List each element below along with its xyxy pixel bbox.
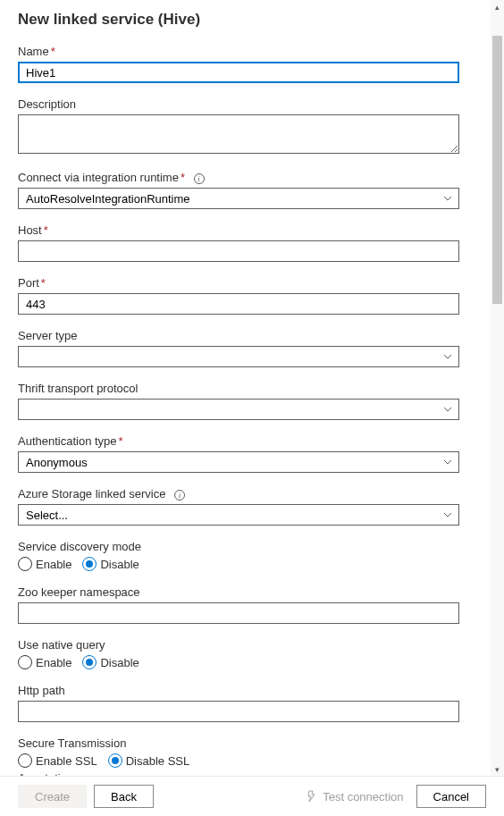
- test-connection-label: Test connection: [323, 790, 403, 803]
- nativequery-enable-radio[interactable]: Enable: [18, 655, 71, 669]
- zookeeper-input[interactable]: [18, 602, 459, 624]
- port-label: Port*: [18, 276, 459, 290]
- radio-circle-icon: [82, 655, 97, 669]
- host-input[interactable]: [18, 240, 459, 262]
- azurestorage-select[interactable]: [18, 504, 459, 526]
- radio-label: Enable SSL: [36, 754, 97, 768]
- port-field-group: Port*: [18, 276, 459, 315]
- radio-dot-icon: [86, 560, 93, 568]
- radio-label: Enable: [36, 558, 71, 571]
- radio-label: Enable: [36, 656, 71, 669]
- httppath-input[interactable]: [18, 701, 459, 722]
- thrift-select[interactable]: [18, 399, 459, 420]
- runtime-select-wrapper[interactable]: [18, 188, 459, 209]
- servicediscovery-radio-group: Enable Disable: [18, 557, 459, 571]
- required-asterisk: *: [119, 434, 123, 448]
- required-asterisk: *: [44, 223, 48, 237]
- description-label: Description: [18, 97, 459, 111]
- runtime-field-group: Connect via integration runtime* i: [18, 171, 459, 209]
- port-label-text: Port: [18, 276, 39, 290]
- azurestorage-label-text: Azure Storage linked service: [18, 487, 165, 501]
- runtime-select[interactable]: [18, 188, 459, 209]
- radio-circle-icon: [82, 557, 97, 571]
- required-asterisk: *: [51, 45, 55, 58]
- securetransmission-radio-group: Enable SSL Disable SSL: [18, 753, 459, 768]
- securetransmission-disable-radio[interactable]: Disable SSL: [108, 753, 190, 768]
- securetransmission-field-group: Secure Transmission Enable SSL Disable S…: [18, 736, 459, 768]
- radio-circle-icon: [18, 655, 32, 669]
- servertype-label: Server type: [18, 329, 459, 342]
- azurestorage-field-group: Azure Storage linked service i: [18, 487, 459, 526]
- thrift-select-wrapper[interactable]: [18, 399, 459, 420]
- required-asterisk: *: [181, 171, 185, 184]
- info-icon[interactable]: i: [174, 490, 185, 501]
- securetransmission-enable-radio[interactable]: Enable SSL: [18, 753, 97, 768]
- name-label-text: Name: [18, 45, 49, 58]
- nativequery-field-group: Use native query Enable Disable: [18, 638, 459, 669]
- port-input[interactable]: [18, 293, 459, 315]
- runtime-label-text: Connect via integration runtime: [18, 171, 179, 184]
- info-icon[interactable]: i: [194, 173, 205, 184]
- radio-circle-icon: [108, 753, 122, 768]
- nativequery-label: Use native query: [18, 638, 459, 652]
- create-button: Create: [18, 785, 87, 808]
- azurestorage-select-wrapper[interactable]: [18, 504, 459, 526]
- servicediscovery-enable-radio[interactable]: Enable: [18, 557, 71, 571]
- scrollbar-track[interactable]: ▴ ▾: [491, 0, 504, 776]
- radio-label: Disable SSL: [126, 754, 190, 768]
- radio-circle-icon: [18, 557, 32, 571]
- name-field-group: Name*: [18, 45, 459, 83]
- host-label-text: Host: [18, 223, 42, 237]
- name-label: Name*: [18, 45, 459, 58]
- nativequery-radio-group: Enable Disable: [18, 655, 459, 669]
- servertype-field-group: Server type: [18, 329, 459, 367]
- radio-dot-icon: [86, 659, 93, 666]
- authtype-field-group: Authentication type*: [18, 434, 459, 473]
- radio-dot-icon: [112, 757, 119, 764]
- thrift-field-group: Thrift transport protocol: [18, 382, 459, 420]
- name-input[interactable]: [18, 62, 459, 83]
- securetransmission-label: Secure Transmission: [18, 736, 459, 750]
- azurestorage-label: Azure Storage linked service i: [18, 487, 459, 501]
- servertype-select[interactable]: [18, 346, 459, 367]
- runtime-label: Connect via integration runtime* i: [18, 171, 459, 184]
- description-field-group: Description: [18, 97, 459, 156]
- authtype-select-wrapper[interactable]: [18, 451, 459, 473]
- authtype-select[interactable]: [18, 451, 459, 473]
- httppath-field-group: Http path: [18, 684, 459, 722]
- flash-icon: [305, 790, 317, 803]
- page-title: New linked service (Hive): [18, 11, 459, 29]
- zookeeper-label: Zoo keeper namespace: [18, 585, 459, 599]
- back-button[interactable]: Back: [94, 785, 154, 808]
- radio-label: Disable: [100, 558, 139, 571]
- authtype-label-text: Authentication type: [18, 434, 117, 448]
- zookeeper-field-group: Zoo keeper namespace: [18, 585, 459, 624]
- required-asterisk: *: [41, 276, 46, 290]
- host-field-group: Host*: [18, 223, 459, 262]
- description-textarea[interactable]: [18, 114, 459, 154]
- httppath-label: Http path: [18, 684, 459, 697]
- scroll-down-arrow[interactable]: ▾: [491, 762, 504, 776]
- footer: Create Back Test connection Cancel: [0, 776, 504, 816]
- thrift-label: Thrift transport protocol: [18, 382, 459, 395]
- servertype-select-wrapper[interactable]: [18, 346, 459, 367]
- radio-label: Disable: [100, 656, 139, 669]
- scroll-up-arrow[interactable]: ▴: [491, 0, 504, 13]
- servicediscovery-disable-radio[interactable]: Disable: [82, 557, 139, 571]
- cancel-button[interactable]: Cancel: [416, 785, 486, 808]
- authtype-label: Authentication type*: [18, 434, 459, 448]
- scrollbar-thumb[interactable]: [492, 36, 502, 304]
- servicediscovery-field-group: Service discovery mode Enable Disable: [18, 540, 459, 571]
- host-label: Host*: [18, 223, 459, 237]
- radio-circle-icon: [18, 753, 32, 768]
- nativequery-disable-radio[interactable]: Disable: [82, 655, 139, 669]
- servicediscovery-label: Service discovery mode: [18, 540, 459, 553]
- test-connection-button: Test connection: [305, 790, 403, 803]
